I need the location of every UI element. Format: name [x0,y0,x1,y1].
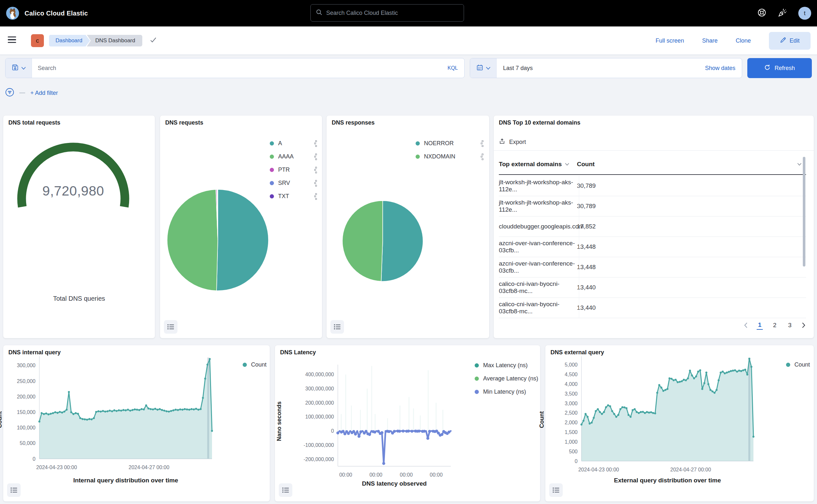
legend-item-noerror[interactable]: NOERROR [416,137,485,150]
date-picker: Last 7 days Show dates [470,58,742,78]
menu-hamburger-icon[interactable] [8,35,17,44]
share-link[interactable]: Share [702,37,718,44]
panel-dns-latency: DNS Latency Nano seconds 400,000,000300,… [275,345,540,501]
svg-text:5,000: 5,000 [565,362,578,368]
column-divider [579,176,579,318]
x-axis-title: Internal query distribution over time [39,477,212,484]
table-body: jlt-worksh-jlt-workshop-aks-112e...30,78… [499,176,806,318]
table-row[interactable]: calico-cni-ivan-byocni-03cfb8-mc...13,44… [499,277,806,298]
edit-button[interactable]: Edit [769,32,811,50]
global-search[interactable] [310,4,464,22]
legend-item-srv[interactable]: SRV [270,176,318,190]
legend-dot [475,377,479,381]
legend-toggle-button[interactable] [549,483,563,497]
legend-actions-icon[interactable] [480,152,485,161]
legend-item-min-latency[interactable]: Min Latency (ns) [475,385,538,398]
chart-legend: Count [243,358,267,371]
svg-text:3,500: 3,500 [565,391,578,397]
legend-item-aaaa[interactable]: AAAA [270,150,318,163]
svg-text:-100,000,000: -100,000,000 [304,442,334,448]
prev-page-icon[interactable] [744,322,748,328]
time-range-value[interactable]: Last 7 days Show dates [497,58,742,78]
divider [494,150,814,151]
table-row[interactable]: azcni-over-ivan-conference-03cfb...13,44… [499,257,806,277]
legend-actions-icon[interactable] [314,179,318,188]
kql-language-button[interactable]: KQL [441,58,464,78]
global-search-input[interactable] [326,10,449,16]
kql-search-input[interactable] [38,65,435,72]
panel-title: DNS requests [165,119,203,126]
column-header-domains[interactable]: Top external domains [499,161,577,168]
chart-legend: Max Latency (ns) Average Latency (ns) Mi… [475,359,538,398]
legend-item-a[interactable]: A [270,137,318,150]
legend-actions-icon[interactable] [314,152,318,161]
svg-text:2024-04-27 00:00: 2024-04-27 00:00 [129,465,169,470]
legend-actions-icon[interactable] [314,192,318,201]
search-icon [316,9,322,17]
svg-text:200,000: 200,000 [17,394,35,399]
page-2[interactable]: 2 [772,321,778,329]
news-party-popper-icon[interactable] [778,8,787,19]
table-row[interactable]: azcni-over-ivan-conference-03cfb...13,44… [499,237,806,257]
filter-icon[interactable] [5,88,14,98]
legend-item-count[interactable]: Count [243,358,267,371]
panel-title: DNS total requests [8,119,60,126]
legend-actions-icon[interactable] [314,139,318,148]
page-3[interactable]: 3 [787,321,793,329]
legend-toggle-button[interactable] [330,320,344,334]
legend-item-average-latency[interactable]: Average Latency (ns) [475,372,538,385]
legend-dot [270,168,274,172]
legend-item-count[interactable]: Count [786,358,810,371]
filter-controls: + Add filter [5,86,58,99]
refresh-button[interactable]: Refresh [747,58,812,78]
table-row[interactable]: jlt-worksh-jlt-workshop-aks-112e...30,78… [499,196,806,217]
breadcrumb-dashboard[interactable]: Dashboard [49,35,90,46]
legend-toggle-button[interactable] [279,483,292,497]
svg-text:1,000: 1,000 [565,439,578,445]
svg-text:4,000: 4,000 [565,381,578,387]
legend-dot [475,363,479,368]
add-filter-link[interactable]: + Add filter [30,90,58,96]
page-1[interactable]: 1 [757,321,763,330]
legend-actions-icon[interactable] [314,166,318,175]
x-axis-title: DNS latency observed [338,480,451,487]
filter-divider [19,93,25,93]
column-header-count[interactable]: Count [577,161,806,168]
clone-link[interactable]: Clone [736,37,751,44]
panel-dns-internal-query: DNS internal query Count 050,000100,0001… [3,345,270,501]
legend-item-txt[interactable]: TXT [270,190,318,203]
table-scrollbar[interactable] [803,157,805,267]
legend-dot [475,390,479,394]
sort-chevron-icon [797,163,802,166]
legend-toggle-button[interactable] [7,483,21,497]
saved-query-menu[interactable] [5,58,32,78]
panel-title: DNS Latency [280,349,316,356]
y-axis-label: Count [0,411,3,428]
export-button[interactable]: Export [499,138,526,146]
chevron-down-icon [21,65,26,71]
dns-requests-pie [167,189,269,291]
table-row[interactable]: clouddebugger.googleapis.com17,852 [499,217,806,237]
legend-item-nxdomain[interactable]: NXDOMAIN [416,150,485,163]
table-row[interactable]: calico-cni-ivan-byocni-03cfb8-mc...13,44… [499,298,806,318]
legend-dot [416,141,420,146]
legend-item-max-latency[interactable]: Max Latency (ns) [475,359,538,372]
next-page-icon[interactable] [802,322,805,328]
table-row[interactable]: jlt-worksh-jlt-workshop-aks-112e...30,78… [499,176,806,196]
legend-dot [416,155,420,159]
legend-toggle-button[interactable] [164,320,177,334]
space-avatar[interactable]: c [31,34,44,47]
total-requests-gauge: 9,720,980 [3,131,155,237]
legend-actions-icon[interactable] [480,139,485,148]
legend-item-ptr[interactable]: PTR [270,163,318,176]
show-dates-link[interactable]: Show dates [705,65,735,72]
check-icon[interactable] [149,36,157,45]
svg-text:00:00: 00:00 [339,472,352,478]
svg-text:2024-04-27 00:00: 2024-04-27 00:00 [670,467,711,472]
date-quick-menu[interactable] [470,58,497,78]
full-screen-link[interactable]: Full screen [656,37,684,44]
svg-text:250,000: 250,000 [17,378,35,384]
svg-text:0: 0 [575,459,578,464]
help-lifebuoy-icon[interactable] [757,8,767,19]
user-avatar[interactable]: t [798,7,811,20]
